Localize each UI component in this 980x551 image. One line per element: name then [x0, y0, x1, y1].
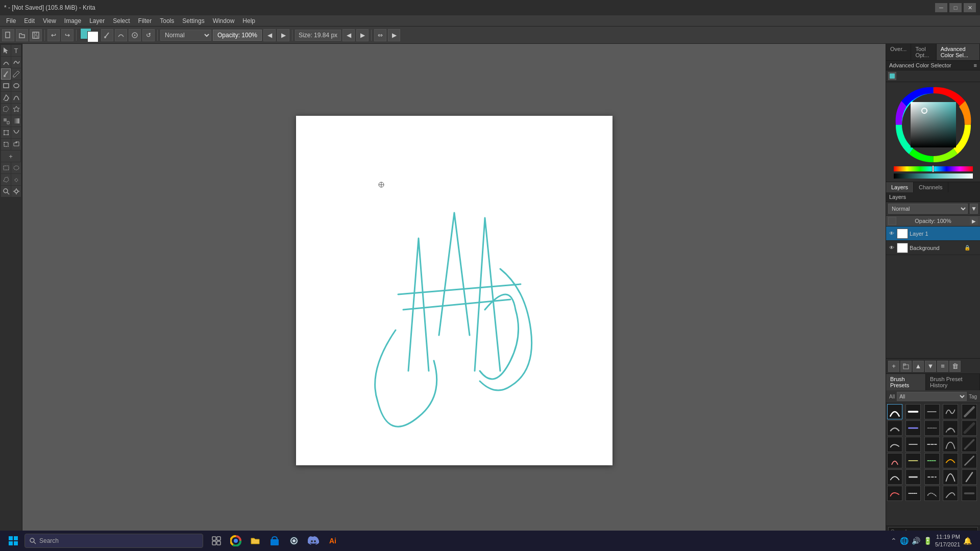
taskbar-store[interactable]: [265, 532, 284, 550]
add-shape-button[interactable]: +: [1, 151, 20, 162]
brush-item-10[interactable]: [962, 420, 977, 436]
brush-size-display[interactable]: Size: 19.84 px: [295, 30, 341, 41]
mirror-h-button[interactable]: ⇔: [374, 29, 386, 41]
ellipse-select-tool[interactable]: [11, 162, 21, 173]
opacity-expand-btn[interactable]: ▶: [970, 217, 978, 225]
brush-item-3[interactable]: [924, 404, 940, 419]
menu-view[interactable]: View: [39, 16, 60, 26]
layers-tab-channels[interactable]: Channels: [914, 182, 948, 192]
brush-item-11[interactable]: [887, 437, 902, 452]
open-file-button[interactable]: [16, 29, 28, 41]
layer-row-layer1[interactable]: 👁 Layer 1: [886, 227, 980, 241]
save-file-button[interactable]: [30, 29, 42, 41]
menu-help[interactable]: Help: [238, 16, 259, 26]
taskbar-clock[interactable]: 11:19 PM 5/17/2021: [935, 533, 960, 549]
brush-item-1[interactable]: [887, 404, 902, 419]
undo-button[interactable]: ↩: [47, 29, 60, 41]
tray-battery[interactable]: 🔋: [923, 537, 932, 545]
color-wheel-container[interactable]: [886, 82, 980, 182]
layers-lock-alpha[interactable]: [888, 217, 896, 225]
poly-lasso-tool[interactable]: [1, 174, 11, 185]
brush-item-30[interactable]: [962, 486, 977, 501]
crop-tool[interactable]: [1, 139, 11, 150]
brush-item-26[interactable]: [887, 486, 902, 501]
tray-volume[interactable]: 🔊: [912, 537, 920, 545]
brush-item-28[interactable]: [924, 486, 940, 501]
background-lock[interactable]: 🔒: [964, 245, 970, 251]
brush-item-14[interactable]: [943, 437, 958, 452]
layers-opacity-label[interactable]: Opacity: 100%: [896, 218, 970, 224]
brush-item-12[interactable]: [905, 437, 921, 452]
opacity-up-button[interactable]: ▶: [277, 29, 289, 41]
calligraphy-tool[interactable]: [1, 57, 11, 68]
reset-rotation-button[interactable]: ↺: [142, 29, 155, 41]
move-up-button[interactable]: ▲: [913, 361, 924, 372]
rect-select-tool[interactable]: [1, 162, 11, 173]
brush-item-8[interactable]: [924, 420, 940, 436]
delete-layer-button[interactable]: 🗑: [949, 361, 961, 372]
maximize-button[interactable]: □: [949, 3, 962, 12]
menu-file[interactable]: File: [2, 16, 20, 26]
group-layer-button[interactable]: [900, 361, 912, 372]
stabilizer-button[interactable]: [129, 29, 141, 41]
taskbar-file-manager[interactable]: [246, 532, 264, 550]
new-file-button[interactable]: [2, 29, 14, 41]
drawing-canvas[interactable]: [296, 116, 612, 465]
panel-tab-overview[interactable]: Over...: [886, 44, 911, 60]
canvas-area[interactable]: [22, 44, 886, 537]
menu-filter[interactable]: Filter: [134, 16, 156, 26]
play-button[interactable]: ▶: [388, 29, 400, 41]
color-wheel[interactable]: [894, 85, 973, 164]
taskbar-search-bar[interactable]: Search: [24, 534, 203, 548]
tray-network[interactable]: 🌐: [900, 537, 909, 545]
layer-row-background[interactable]: 👁 Background 🔒: [886, 241, 980, 255]
start-button[interactable]: [4, 532, 22, 550]
annotation-tool[interactable]: [11, 139, 21, 150]
transform-tool[interactable]: [1, 127, 11, 138]
color-swatch-icon[interactable]: [888, 72, 896, 80]
redo-button[interactable]: ↪: [61, 29, 74, 41]
brush-item-25[interactable]: [962, 469, 977, 485]
add-layer-button[interactable]: +: [888, 361, 899, 372]
menu-tools[interactable]: Tools: [156, 16, 178, 26]
move-down-button[interactable]: ▼: [925, 361, 936, 372]
taskbar-ai[interactable]: Ai: [324, 532, 342, 550]
star-tool[interactable]: [11, 104, 21, 115]
freehand-tool[interactable]: [11, 57, 21, 68]
size-down-button[interactable]: ◀: [342, 29, 355, 41]
brush-tool[interactable]: [1, 68, 11, 80]
brush-item-23[interactable]: [924, 469, 940, 485]
brush-tag-select[interactable]: All: [897, 392, 967, 401]
ellipse-tool[interactable]: [11, 80, 21, 91]
background-visibility[interactable]: 👁: [888, 244, 895, 252]
menu-select[interactable]: Select: [109, 16, 134, 26]
brush-item-13[interactable]: [924, 437, 940, 452]
color-value-slider[interactable]: [894, 173, 973, 179]
size-up-button[interactable]: ▶: [356, 29, 369, 41]
brush-smoothing-button[interactable]: [115, 29, 127, 41]
brush-item-5[interactable]: [962, 404, 977, 419]
poly-select-tool[interactable]: [1, 104, 11, 115]
text-tool[interactable]: T: [11, 45, 21, 56]
menu-settings[interactable]: Settings: [178, 16, 208, 26]
brush-item-18[interactable]: [924, 453, 940, 468]
layers-blend-expand[interactable]: ▼: [970, 204, 978, 214]
layer1-alpha-lock[interactable]: [972, 231, 978, 237]
panel-tab-tool-options[interactable]: Tool Opt...: [911, 44, 936, 60]
background-color[interactable]: [87, 31, 99, 42]
brush-item-22[interactable]: [905, 469, 921, 485]
menu-layer[interactable]: Layer: [85, 16, 109, 26]
taskbar-chrome[interactable]: [227, 532, 245, 550]
brush-item-19[interactable]: [943, 453, 958, 468]
freehand-path-tool[interactable]: [11, 92, 21, 103]
layer1-lock[interactable]: [964, 231, 970, 237]
layer1-visibility[interactable]: 👁: [888, 230, 895, 237]
warp-tool[interactable]: [11, 127, 21, 138]
gradient-tool[interactable]: [11, 115, 21, 127]
brush-item-27[interactable]: [905, 486, 921, 501]
pan-tool[interactable]: [11, 186, 21, 197]
cursor-tool[interactable]: [1, 45, 11, 56]
layers-blend-mode[interactable]: Normal: [888, 204, 968, 214]
brush-item-29[interactable]: [943, 486, 958, 501]
panel-tab-color-selector[interactable]: Advanced Color Sel...: [937, 44, 980, 60]
